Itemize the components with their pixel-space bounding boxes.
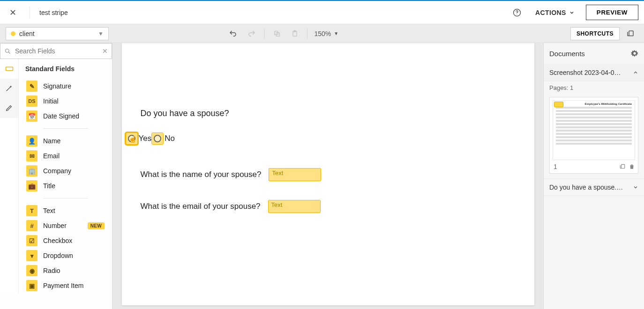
search-input[interactable] (15, 47, 98, 55)
pencil-icon (5, 104, 14, 112)
clear-search-icon[interactable]: ✕ (102, 47, 108, 55)
recipient-tag-icon (554, 102, 563, 107)
field-label: Radio (43, 267, 60, 274)
shortcuts-button[interactable]: SHORTCUTS (570, 27, 620, 40)
field-dropdown[interactable]: ▾ Dropdown (43, 248, 105, 263)
dropdown-icon: ▾ (26, 250, 37, 261)
payment-icon: ▣ (26, 280, 37, 291)
field-list: ✎ Signature DS Initial 📅 Date Signed (19, 79, 112, 124)
recipient-color-icon (11, 31, 15, 36)
svg-rect-6 (629, 31, 633, 36)
document-row-1[interactable]: Screenshot 2023-04-0… (544, 64, 644, 81)
field-label: Date Signed (43, 112, 79, 120)
field-radio[interactable]: ◉ Radio (43, 263, 105, 278)
field-label: Dropdown (43, 252, 73, 259)
zoom-dropdown[interactable]: 150% ▼ (314, 30, 338, 37)
new-badge: NEW (88, 222, 105, 229)
divider (43, 198, 88, 199)
field-checkbox[interactable]: ☑ Checkbox (43, 233, 105, 248)
field-label: Text (43, 207, 55, 214)
field-payment-item[interactable]: ▣ Payment Item (43, 278, 105, 293)
redo-button[interactable] (246, 28, 258, 40)
text-field-spouse-name[interactable]: Text (269, 168, 321, 181)
radio-icon: ◉ (26, 265, 37, 276)
field-email[interactable]: ✉ Email (43, 148, 105, 163)
field-date-signed[interactable]: 📅 Date Signed (43, 109, 105, 124)
checkbox-icon: ☑ (26, 235, 37, 246)
chevron-up-icon (633, 70, 638, 75)
copy-pages-icon[interactable] (622, 28, 638, 40)
question-spouse-name: What is the name of your spouse? (141, 170, 262, 179)
field-label: Payment Item (43, 282, 83, 289)
radio-yes-field[interactable] (126, 132, 138, 145)
initial-icon: DS (26, 96, 37, 107)
radio-no-field[interactable] (151, 132, 164, 145)
field-title[interactable]: 💼 Title (43, 178, 105, 193)
tab-custom-fields[interactable] (0, 79, 18, 98)
text-placeholder: Text (272, 169, 283, 177)
divider (43, 128, 88, 129)
tab-standard-fields[interactable] (0, 59, 18, 79)
field-search[interactable]: ✕ (0, 43, 112, 59)
chevron-down-icon (633, 184, 638, 190)
text-icon: T (26, 205, 37, 216)
toolbar: client ▼ 150% ▼ SHORTCUTS (0, 24, 644, 43)
field-label: Checkbox (43, 237, 72, 244)
page-thumbnail[interactable]: W-4Employee's Withholding Certificate (553, 100, 635, 160)
field-number[interactable]: # Number NEW (43, 218, 105, 233)
tab-prefill[interactable] (0, 98, 18, 118)
envelope-icon: ✉ (26, 150, 37, 162)
field-company[interactable]: 🏢 Company (43, 163, 105, 178)
building-icon: 🏢 (26, 165, 37, 177)
field-signature[interactable]: ✎ Signature (43, 79, 105, 94)
text-placeholder: Text (271, 201, 283, 208)
canvas[interactable]: Do you have a spouse? Yes No What is the… (112, 43, 543, 309)
field-label: Company (43, 167, 71, 175)
search-icon (4, 48, 11, 55)
field-text[interactable]: T Text (43, 203, 105, 218)
gear-icon[interactable] (631, 50, 638, 57)
document-row-2[interactable]: Do you have a spouse.… (544, 178, 644, 196)
pages-count: Pages: 1 (544, 81, 644, 94)
field-label: Title (43, 182, 55, 190)
field-initial[interactable]: DS Initial (43, 94, 105, 109)
actions-menu[interactable]: ACTIONS (530, 5, 580, 20)
calendar-icon: 📅 (26, 110, 37, 122)
svg-rect-9 (622, 164, 625, 168)
field-label: Initial (43, 97, 59, 105)
zoom-value: 150% (314, 30, 331, 37)
document-name: Screenshot 2023-04-0… (549, 69, 629, 76)
chevron-down-icon (569, 10, 575, 15)
fields-icon (5, 66, 14, 72)
field-name[interactable]: 👤 Name (43, 133, 105, 148)
document-page[interactable]: Do you have a spouse? Yes No What is the… (122, 43, 534, 305)
panel-title: Standard Fields (25, 65, 75, 73)
copy-button[interactable] (271, 28, 283, 39)
page-thumbnail-wrap: W-4Employee's Withholding Certificate 1 (549, 97, 638, 174)
svg-point-7 (6, 49, 9, 52)
recipient-dropdown[interactable]: client ▼ (6, 27, 109, 40)
caret-down-icon: ▼ (334, 31, 338, 36)
undo-button[interactable] (227, 28, 239, 40)
signature-icon: ✎ (26, 81, 37, 92)
document-name: Do you have a spouse.… (549, 184, 629, 191)
header-divider (30, 7, 30, 19)
close-button[interactable]: ✕ (6, 6, 20, 20)
documents-header: Documents (549, 50, 585, 58)
recipient-label: client (19, 30, 35, 37)
left-panel: ✕ (0, 43, 112, 309)
actions-label: ACTIONS (535, 9, 566, 16)
paste-button[interactable] (289, 28, 300, 39)
caret-down-icon: ▼ (98, 30, 104, 37)
field-label: Name (43, 137, 60, 145)
help-icon[interactable] (510, 6, 524, 20)
panel-header: Standard Fields (19, 59, 112, 79)
field-label: Signature (43, 82, 71, 90)
document-title: test stripe (39, 9, 68, 16)
delete-page-icon[interactable] (629, 163, 635, 170)
preview-button[interactable]: PREVIEW (586, 5, 638, 20)
text-field-spouse-email[interactable]: Text (268, 200, 321, 213)
question-spouse: Do you have a spouse? (141, 109, 516, 118)
duplicate-page-icon[interactable] (619, 163, 626, 170)
svg-point-1 (517, 14, 517, 15)
